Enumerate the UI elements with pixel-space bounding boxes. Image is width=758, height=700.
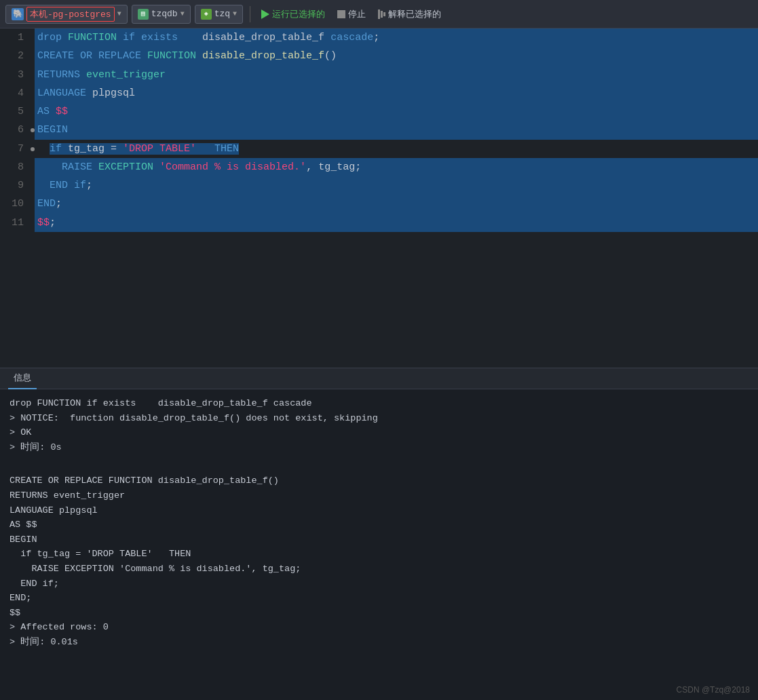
table-row: 10 END;: [0, 195, 758, 213]
line-number: 11: [0, 214, 31, 232]
code-line-9: END if;: [35, 176, 758, 195]
run-label: 运行已选择的: [272, 8, 325, 20]
output-line-9: BEGIN: [10, 532, 748, 547]
line-number: 6: [0, 121, 31, 139]
table-row: 5 AS $$: [0, 102, 758, 121]
explain-button[interactable]: 解释已选择的: [374, 8, 445, 20]
chevron-down-icon-schema: ▼: [233, 10, 237, 18]
explain-label: 解释已选择的: [388, 8, 441, 20]
table-row: 11 $$;: [0, 214, 758, 232]
output-line-5: CREATE OR REPLACE FUNCTION disable_drop_…: [10, 473, 748, 488]
chevron-down-icon: ▼: [117, 10, 121, 18]
run-button[interactable]: 运行已选择的: [257, 8, 329, 20]
table-row: 2 CREATE OR REPLACE FUNCTION disable_dro…: [0, 47, 758, 65]
table-row: 9 END if;: [0, 176, 758, 195]
table-row: 8 RAISE EXCEPTION 'Command % is disabled…: [0, 158, 758, 176]
table-row: 6 BEGIN: [0, 121, 758, 139]
line-number: 4: [0, 84, 31, 102]
stop-label: 停止: [348, 8, 366, 20]
fold-marker-2: [31, 147, 35, 151]
output-area: drop FUNCTION if exists disable_drop_tab…: [0, 389, 758, 700]
table-row: 1 drop FUNCTION if exists disable_drop_t…: [0, 28, 758, 47]
output-line-16: > 时间: 0.01s: [10, 635, 748, 650]
database-label: tzqdb: [151, 9, 178, 19]
output-line-15: > Affected rows: 0: [10, 620, 748, 635]
output-blank-1: [10, 454, 748, 464]
output-line-10: if tg_tag = 'DROP TABLE' THEN: [10, 547, 748, 562]
connection-label: 本机-pg-postgres: [26, 7, 115, 22]
line-number: 3: [0, 66, 31, 84]
schema-icon: ◈: [201, 9, 212, 20]
output-line-12: END if;: [10, 577, 748, 591]
line-number: 5: [0, 102, 31, 121]
line-number: 9: [0, 176, 31, 195]
line-number: 7: [0, 140, 31, 158]
stop-button[interactable]: 停止: [333, 8, 370, 20]
table-row: 3 RETURNS event_trigger: [0, 66, 758, 84]
table-row: 7 if tg_tag = 'DROP TABLE' THEN: [0, 140, 758, 158]
output-line-1: drop FUNCTION if exists disable_drop_tab…: [10, 396, 748, 411]
line-number: 1: [0, 28, 31, 47]
explain-icon: [378, 9, 385, 19]
code-table: 1 drop FUNCTION if exists disable_drop_t…: [0, 28, 758, 232]
code-line-3: RETURNS event_trigger: [35, 66, 758, 84]
schema-label: tzq: [214, 9, 230, 19]
tab-info-label: 信息: [14, 372, 31, 384]
code-line-1: drop FUNCTION if exists disable_drop_tab…: [35, 28, 758, 47]
code-line-10: END;: [35, 195, 758, 213]
line-number: 8: [0, 158, 31, 176]
database-selector[interactable]: ▤ tzqdb ▼: [132, 5, 191, 24]
schema-selector[interactable]: ◈ tzq ▼: [195, 5, 243, 24]
chevron-down-icon-db: ▼: [181, 10, 185, 18]
info-tab-bar: 信息: [0, 368, 758, 389]
code-line-6: BEGIN: [35, 121, 758, 139]
output-line-6: RETURNS event_trigger: [10, 488, 748, 503]
output-line-13: END;: [10, 591, 748, 606]
toolbar: 🐘 本机-pg-postgres ▼ ▤ tzqdb ▼ ◈ tzq ▼ 运行已…: [0, 0, 758, 28]
play-icon: [261, 9, 269, 19]
code-line-5: AS $$: [35, 102, 758, 121]
elephant-icon: 🐘: [12, 8, 24, 20]
watermark: CSDN @Tzq@2018: [677, 685, 750, 695]
output-line-7: LANGUAGE plpgsql: [10, 503, 748, 518]
output-line-8: AS $$: [10, 518, 748, 532]
tab-info[interactable]: 信息: [8, 368, 37, 389]
fold-marker: [31, 128, 35, 132]
code-line-7: if tg_tag = 'DROP TABLE' THEN: [35, 140, 758, 158]
table-row: 4 LANGUAGE plpgsql: [0, 84, 758, 102]
database-icon: ▤: [138, 9, 149, 20]
code-line-4: LANGUAGE plpgsql: [35, 84, 758, 102]
output-blank-2: [10, 464, 748, 473]
divider-1: [250, 6, 250, 22]
code-editor[interactable]: 1 drop FUNCTION if exists disable_drop_t…: [0, 28, 758, 368]
output-line-11: RAISE EXCEPTION 'Command % is disabled.'…: [10, 562, 748, 577]
output-line-3: > OK: [10, 425, 748, 440]
output-line-14: $$: [10, 606, 748, 621]
output-line-2: > NOTICE: function disable_drop_table_f(…: [10, 411, 748, 426]
code-line-8: RAISE EXCEPTION 'Command % is disabled.'…: [35, 158, 758, 176]
code-line-11: $$;: [35, 214, 758, 232]
line-number: 10: [0, 195, 31, 213]
output-line-4: > 时间: 0s: [10, 440, 748, 455]
line-number: 2: [0, 47, 31, 65]
connection-selector[interactable]: 🐘 本机-pg-postgres ▼: [5, 5, 128, 24]
stop-icon: [337, 10, 345, 18]
code-line-2: CREATE OR REPLACE FUNCTION disable_drop_…: [35, 47, 758, 65]
